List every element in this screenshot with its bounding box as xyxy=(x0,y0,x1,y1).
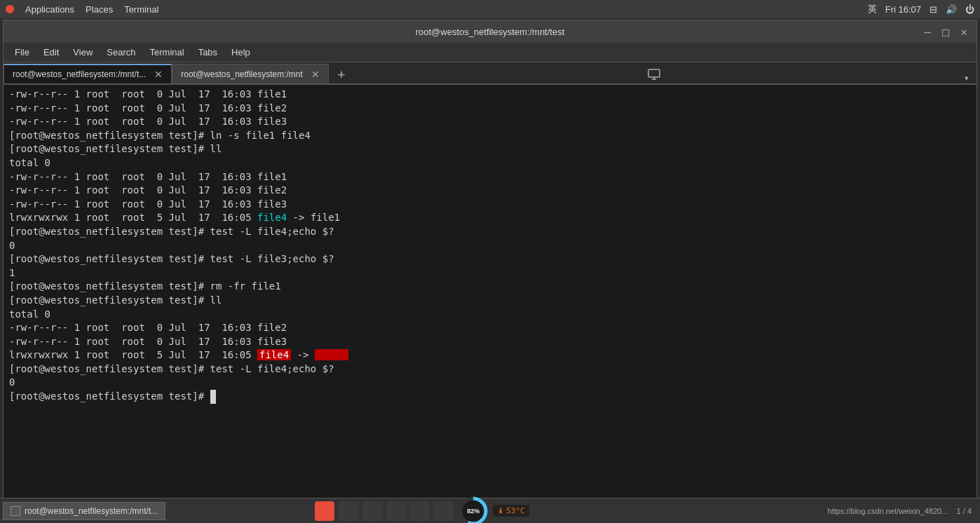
network-icon: ⊟ xyxy=(930,4,937,15)
line-13: [root@westos_netfilesystem test]# test -… xyxy=(9,252,971,266)
line-17: total 0 xyxy=(9,308,971,322)
line-3: -rw-r--r-- 1 root root 0 Jul 17 16:03 fi… xyxy=(9,115,971,129)
power-icon[interactable]: ⏻ xyxy=(965,4,974,15)
line-14: 1 xyxy=(9,266,971,280)
line-4: [root@westos_netfilesystem test]# ln -s … xyxy=(9,129,971,143)
menu-tabs[interactable]: Tabs xyxy=(193,46,223,59)
menu-view[interactable]: View xyxy=(67,46,98,59)
line-19: -rw-r--r-- 1 root root 0 Jul 17 16:03 fi… xyxy=(9,335,971,349)
os-logo-dot xyxy=(6,5,14,13)
svg-rect-0 xyxy=(648,69,660,77)
tab-1[interactable]: root@westos_netfilesystem:/mnt ✕ xyxy=(172,64,329,83)
system-bar-right: 英 Fri 16:07 ⊟ 🔊 ⏻ xyxy=(868,3,974,15)
taskbar-terminal-label: root@westos_netfilesystem:/mnt/t... xyxy=(25,506,158,516)
line-11: [root@westos_netfilesystem test]# test -… xyxy=(9,225,971,239)
line-10: lrwxrwxrwx 1 root root 5 Jul 17 16:05 fi… xyxy=(9,211,971,225)
lang-indicator: 英 xyxy=(868,3,877,15)
taskbar-right: https://blog.csdn.net/weixin_4820... 1 /… xyxy=(828,507,977,515)
line-7: -rw-r--r-- 1 root root 0 Jul 17 16:03 fi… xyxy=(9,170,971,184)
line-2: -rw-r--r-- 1 root root 0 Jul 17 16:03 fi… xyxy=(9,102,971,116)
temp-icon: 🌡 xyxy=(497,506,505,515)
line-20: lrwxrwxrwx 1 root root 5 Jul 17 16:05 fi… xyxy=(9,348,971,362)
taskbar-app-icon-5[interactable] xyxy=(410,501,430,521)
tabs-dropdown-button[interactable] xyxy=(643,67,665,83)
tab-0-label: root@westos_netfilesystem:/mnt/t... xyxy=(13,69,146,79)
menu-edit[interactable]: Edit xyxy=(38,46,64,59)
line-22: 0 xyxy=(9,376,971,390)
tabs-arrow-button[interactable]: ▾ xyxy=(960,72,974,83)
line-18: -rw-r--r-- 1 root root 0 Jul 17 16:03 fi… xyxy=(9,321,971,335)
taskbar-app-icon-4[interactable] xyxy=(386,501,406,521)
system-bar: Applications Places Terminal 英 Fri 16:07… xyxy=(0,0,980,18)
taskbar-page-info: 1 / 4 xyxy=(957,507,972,515)
taskbar-app-icon-1[interactable] xyxy=(315,501,334,521)
volume-icon: 🔊 xyxy=(946,4,957,15)
tab-0-close[interactable]: ✕ xyxy=(154,69,163,80)
taskbar-terminal-app[interactable]: root@westos_netfilesystem:/mnt/t... xyxy=(3,502,165,520)
window-controls: — □ ✕ xyxy=(920,25,971,39)
minimize-button[interactable]: — xyxy=(920,25,934,39)
line-12: 0 xyxy=(9,239,971,253)
menu-search[interactable]: Search xyxy=(101,46,141,59)
tab-1-close[interactable]: ✕ xyxy=(311,69,320,80)
window-title: root@westos_netfilesystem:/mnt/test xyxy=(416,27,565,37)
broken-symlink-file4: file4 xyxy=(257,349,291,360)
taskbar-app-icon-6[interactable] xyxy=(434,501,454,521)
temp-widget: 🌡 53°C xyxy=(493,505,529,517)
tabs-bar: root@westos_netfilesystem:/mnt/t... ✕ ro… xyxy=(4,62,976,85)
menu-help[interactable]: Help xyxy=(226,46,256,59)
line-6: total 0 xyxy=(9,156,971,170)
line-8: -rw-r--r-- 1 root root 0 Jul 17 16:03 fi… xyxy=(9,184,971,198)
cpu-widget: 82% xyxy=(458,496,489,524)
line-1: -rw-r--r-- 1 root root 0 Jul 17 16:03 fi… xyxy=(9,88,971,102)
terminal-menu[interactable]: Terminal xyxy=(124,4,158,15)
close-button[interactable]: ✕ xyxy=(957,25,971,39)
places-menu[interactable]: Places xyxy=(86,4,113,15)
monitor-icon xyxy=(647,67,661,81)
line-23: [root@westos_netfilesystem test]# xyxy=(9,390,971,404)
line-21: [root@westos_netfilesystem test]# test -… xyxy=(9,362,971,376)
maximize-button[interactable]: □ xyxy=(939,25,953,39)
symlink-file4: file4 xyxy=(257,212,287,223)
cpu-percent-label: 82% xyxy=(467,508,479,515)
terminal-window: root@westos_netfilesystem:/mnt/test — □ … xyxy=(3,20,977,503)
tab-0[interactable]: root@westos_netfilesystem:/mnt/t... ✕ xyxy=(4,64,172,83)
clock: Fri 16:07 xyxy=(885,4,921,15)
new-tab-button[interactable]: + xyxy=(332,64,351,83)
taskbar-url: https://blog.csdn.net/weixin_4820... xyxy=(828,507,948,515)
applications-menu[interactable]: Applications xyxy=(25,4,74,15)
taskbar-center-widgets: 82% 🌡 53°C xyxy=(315,496,529,524)
tab-1-label: root@westos_netfilesystem:/mnt xyxy=(181,69,303,79)
line-9: -rw-r--r-- 1 root root 0 Jul 17 16:03 fi… xyxy=(9,198,971,212)
menu-bar: File Edit View Search Terminal Tabs Help xyxy=(4,43,976,62)
line-5: [root@westos_netfilesystem test]# ll xyxy=(9,142,971,156)
taskbar-app-icon-3[interactable] xyxy=(362,501,382,521)
broken-symlink-target xyxy=(315,349,348,360)
temp-label: 53°C xyxy=(506,506,525,515)
line-16: [root@westos_netfilesystem test]# ll xyxy=(9,294,971,308)
taskbar-app-icon-2[interactable] xyxy=(339,501,358,521)
title-bar: root@westos_netfilesystem:/mnt/test — □ … xyxy=(4,20,976,43)
menu-terminal[interactable]: Terminal xyxy=(144,46,190,59)
taskbar-terminal-icon xyxy=(11,506,20,516)
menu-file[interactable]: File xyxy=(9,46,35,59)
taskbar: root@westos_netfilesystem:/mnt/t... 82% … xyxy=(0,498,980,523)
line-15: [root@westos_netfilesystem test]# rm -fr… xyxy=(9,280,971,294)
terminal-content[interactable]: -rw-r--r-- 1 root root 0 Jul 17 16:03 fi… xyxy=(4,85,976,503)
